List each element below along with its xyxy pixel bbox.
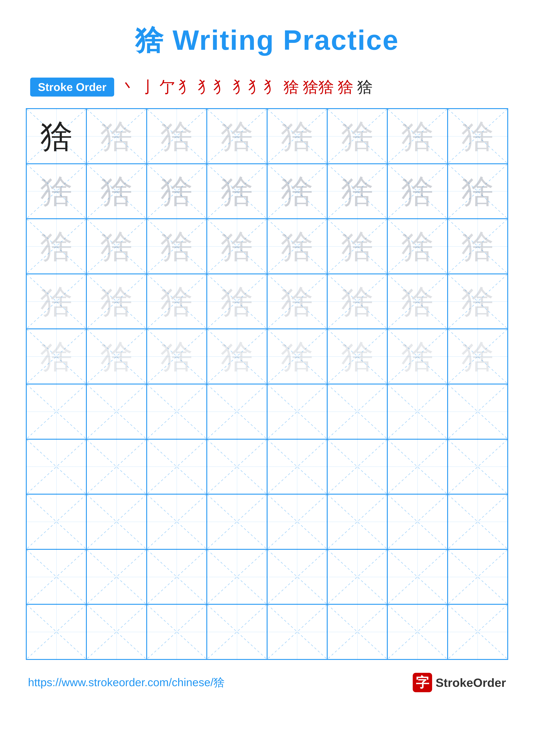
practice-char: 猞: [40, 175, 73, 207]
grid-cell[interactable]: 猞: [147, 164, 207, 219]
grid-cell[interactable]: 猞: [87, 219, 146, 274]
grid-cell[interactable]: [207, 494, 267, 549]
grid-cell[interactable]: 猞: [387, 274, 447, 329]
grid-cell[interactable]: 猞: [207, 274, 267, 329]
grid-cell[interactable]: [387, 384, 447, 439]
grid-cell[interactable]: [267, 549, 327, 605]
grid-cell[interactable]: 猞: [387, 219, 447, 274]
grid-cell[interactable]: [147, 604, 207, 660]
svg-line-130: [87, 550, 146, 604]
grid-cell[interactable]: [207, 549, 267, 605]
practice-char: 猞: [100, 285, 133, 318]
grid-cell[interactable]: 猞: [267, 219, 327, 274]
practice-char: 猞: [221, 230, 253, 262]
grid-cell[interactable]: 猞: [327, 109, 387, 164]
svg-line-83: [87, 385, 146, 439]
grid-cell[interactable]: [147, 439, 207, 494]
grid-cell[interactable]: 猞: [87, 274, 146, 329]
svg-line-121: [267, 495, 327, 549]
grid-cell[interactable]: [447, 604, 508, 660]
grid-cell[interactable]: 猞: [447, 219, 508, 274]
grid-cell[interactable]: 猞: [87, 329, 146, 384]
grid-cell[interactable]: 猞: [267, 164, 327, 219]
grid-cell[interactable]: 猞: [267, 329, 327, 384]
grid-cell[interactable]: [327, 439, 387, 494]
svg-line-111: [448, 440, 507, 494]
grid-cell[interactable]: 猞: [447, 274, 508, 329]
svg-line-157: [388, 605, 447, 659]
grid-cell[interactable]: 猞: [147, 329, 207, 384]
svg-line-88: [267, 385, 327, 439]
grid-cell[interactable]: [447, 439, 508, 494]
grid-cell[interactable]: 猞: [26, 109, 87, 164]
grid-cell[interactable]: [387, 494, 447, 549]
grid-cell[interactable]: 猞: [147, 274, 207, 329]
svg-line-138: [328, 550, 387, 604]
stroke-step-6: 犭犭犭: [233, 77, 280, 97]
grid-cell[interactable]: 猞: [87, 109, 146, 164]
grid-cell[interactable]: 猞: [447, 329, 508, 384]
svg-line-133: [147, 550, 206, 604]
grid-cell[interactable]: [87, 549, 146, 605]
grid-cell[interactable]: [207, 384, 267, 439]
grid-cell[interactable]: [147, 384, 207, 439]
grid-cell[interactable]: [26, 384, 87, 439]
grid-cell[interactable]: 猞: [207, 219, 267, 274]
grid-cell[interactable]: [87, 494, 146, 549]
svg-line-154: [328, 605, 387, 659]
grid-cell[interactable]: [207, 604, 267, 660]
practice-char: 猞: [100, 340, 133, 373]
grid-cell[interactable]: 猞: [26, 329, 87, 384]
grid-cell[interactable]: [87, 439, 146, 494]
grid-cell[interactable]: 猞: [207, 109, 267, 164]
grid-cell[interactable]: [147, 549, 207, 605]
grid-cell[interactable]: [26, 549, 87, 605]
svg-line-95: [448, 385, 507, 439]
grid-cell[interactable]: [447, 494, 508, 549]
grid-cell[interactable]: [327, 384, 387, 439]
grid-cell[interactable]: [87, 384, 146, 439]
grid-cell[interactable]: 猞: [327, 329, 387, 384]
grid-cell[interactable]: 猞: [447, 109, 508, 164]
grid-cell[interactable]: [447, 549, 508, 605]
grid-cell[interactable]: [387, 439, 447, 494]
grid-cell[interactable]: 猞: [387, 109, 447, 164]
grid-cell[interactable]: 猞: [327, 164, 387, 219]
grid-cell[interactable]: 猞: [327, 219, 387, 274]
practice-char: 猞: [281, 120, 313, 152]
svg-line-159: [448, 605, 507, 659]
grid-cell[interactable]: 猞: [387, 329, 447, 384]
grid-cell[interactable]: [267, 384, 327, 439]
grid-cell[interactable]: [26, 439, 87, 494]
grid-cell[interactable]: [147, 494, 207, 549]
svg-line-146: [87, 605, 146, 659]
svg-line-107: [328, 440, 387, 494]
grid-cell[interactable]: 猞: [267, 274, 327, 329]
grid-cell[interactable]: 猞: [387, 164, 447, 219]
grid-cell[interactable]: 猞: [327, 274, 387, 329]
grid-cell[interactable]: [267, 494, 327, 549]
grid-cell[interactable]: 猞: [267, 109, 327, 164]
grid-cell[interactable]: [207, 439, 267, 494]
grid-cell[interactable]: 猞: [447, 164, 508, 219]
grid-cell[interactable]: 猞: [26, 219, 87, 274]
grid-cell[interactable]: 猞: [207, 164, 267, 219]
grid-cell[interactable]: [26, 604, 87, 660]
grid-cell[interactable]: 猞: [207, 329, 267, 384]
grid-cell[interactable]: [387, 549, 447, 605]
grid-cell[interactable]: [447, 384, 508, 439]
grid-cell[interactable]: 猞: [26, 164, 87, 219]
grid-cell[interactable]: [387, 604, 447, 660]
svg-line-112: [27, 495, 86, 549]
grid-cell[interactable]: [87, 604, 146, 660]
grid-cell[interactable]: [267, 439, 327, 494]
grid-cell[interactable]: [26, 494, 87, 549]
grid-cell[interactable]: [327, 494, 387, 549]
grid-cell[interactable]: [327, 604, 387, 660]
grid-cell[interactable]: 猞: [26, 274, 87, 329]
grid-cell[interactable]: 猞: [147, 109, 207, 164]
grid-cell[interactable]: 猞: [87, 164, 146, 219]
grid-cell[interactable]: [267, 604, 327, 660]
grid-cell[interactable]: [327, 549, 387, 605]
grid-cell[interactable]: 猞: [147, 219, 207, 274]
